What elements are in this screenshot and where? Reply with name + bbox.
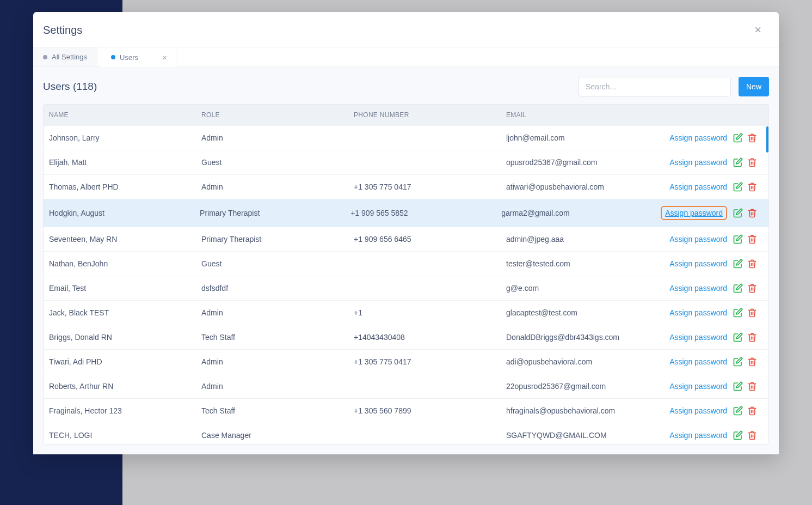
new-button[interactable]: New <box>739 77 769 96</box>
table-row[interactable]: Johnson, LarryAdminljohn@email.comAssign… <box>44 125 768 150</box>
table-row[interactable]: Briggs, Donald RNTech Staff+14043430408D… <box>44 325 768 349</box>
cell-name: Briggs, Donald RN <box>49 333 201 342</box>
header-phone[interactable]: PHONE NUMBER <box>354 111 506 119</box>
trash-icon[interactable] <box>747 157 758 168</box>
tab-users[interactable]: Users× <box>101 47 177 67</box>
cell-name: Thomas, Albert PHD <box>49 182 201 191</box>
cell-actions: Assign password <box>667 283 763 294</box>
cell-name: Jack, Black TEST <box>49 308 201 317</box>
cell-email: garma2@gmail.com <box>501 209 661 217</box>
tabs-row: All SettingsUsers× <box>33 47 779 67</box>
cell-name: Email, Test <box>49 284 201 293</box>
assign-password-link[interactable]: Assign password <box>669 333 727 342</box>
modal-header: Settings × <box>33 12 779 47</box>
edit-icon[interactable] <box>733 283 743 294</box>
cell-actions: Assign password <box>661 206 763 220</box>
trash-icon[interactable] <box>747 208 758 218</box>
cell-actions: Assign password <box>667 356 763 367</box>
header-name[interactable]: NAME <box>49 111 201 119</box>
cell-actions: Assign password <box>667 157 763 168</box>
table-row[interactable]: Tiwari, Adi PHDAdmin+1 305 775 0417adi@o… <box>44 349 768 374</box>
cell-actions: Assign password <box>667 332 763 343</box>
edit-icon[interactable] <box>733 157 743 168</box>
tab-dot-icon <box>111 55 115 59</box>
trash-icon[interactable] <box>747 307 758 318</box>
table-body: Johnson, LarryAdminljohn@email.comAssign… <box>44 125 768 444</box>
tab-all-settings[interactable]: All Settings <box>33 47 97 66</box>
trash-icon[interactable] <box>747 283 758 294</box>
assign-password-link[interactable]: Assign password <box>669 308 727 317</box>
table-toolbar: Users (118) New <box>43 77 769 96</box>
trash-icon[interactable] <box>747 430 758 441</box>
cell-actions: Assign password <box>667 405 763 416</box>
assign-password-link[interactable]: Assign password <box>669 431 727 440</box>
trash-icon[interactable] <box>747 356 758 367</box>
cell-email: admin@jpeg.aaa <box>506 235 667 244</box>
assign-password-link[interactable]: Assign password <box>669 284 727 293</box>
trash-icon[interactable] <box>747 234 758 245</box>
table-row[interactable]: Fraginals, Hector 123Tech Staff+1 305 56… <box>44 398 768 423</box>
cell-email: ljohn@email.com <box>506 133 667 142</box>
assign-password-link[interactable]: Assign password <box>669 382 727 391</box>
tab-label: All Settings <box>52 53 87 61</box>
trash-icon[interactable] <box>747 181 758 192</box>
edit-icon[interactable] <box>733 332 743 343</box>
table-row[interactable]: Email, Testdsfsdfdfg@e.comAssign passwor… <box>44 276 768 300</box>
cell-phone: +1 909 565 5852 <box>350 209 501 217</box>
cell-email: SGAFTYQWD@GMAIL.COM <box>506 431 667 440</box>
scrollbar-indicator[interactable] <box>766 126 768 153</box>
edit-icon[interactable] <box>733 234 743 245</box>
assign-password-link[interactable]: Assign password <box>669 133 727 142</box>
modal-title: Settings <box>43 24 82 36</box>
edit-icon[interactable] <box>733 258 743 269</box>
close-icon[interactable]: × <box>750 22 766 38</box>
header-role[interactable]: ROLE <box>201 111 354 119</box>
cell-actions: Assign password <box>667 381 763 392</box>
edit-icon[interactable] <box>733 430 743 441</box>
table-row[interactable]: Roberts, Arthur RNAdmin22opusrod25367@gm… <box>44 374 768 398</box>
trash-icon[interactable] <box>747 405 758 416</box>
cell-actions: Assign password <box>667 307 763 318</box>
trash-icon[interactable] <box>747 381 758 392</box>
cell-role: Primary Therapist <box>201 235 354 244</box>
cell-email: g@e.com <box>506 284 667 293</box>
assign-password-link[interactable]: Assign password <box>669 357 727 366</box>
cell-phone: +1 <box>354 308 506 317</box>
search-input[interactable] <box>579 77 731 96</box>
assign-password-link[interactable]: Assign password <box>669 158 727 167</box>
trash-icon[interactable] <box>747 132 758 143</box>
trash-icon[interactable] <box>747 332 758 343</box>
tab-label: Users <box>120 53 138 62</box>
cell-role: Admin <box>201 382 354 391</box>
table-row[interactable]: Thomas, Albert PHDAdmin+1 305 775 0417at… <box>44 174 768 199</box>
users-table: NAME ROLE PHONE NUMBER EMAIL Johnson, La… <box>43 104 769 445</box>
cell-email: hfraginals@opusbehavioral.com <box>506 406 667 415</box>
table-row[interactable]: Seventeen, May RNPrimary Therapist+1 909… <box>44 227 768 251</box>
assign-password-link[interactable]: Assign password <box>661 206 727 220</box>
trash-icon[interactable] <box>747 258 758 269</box>
header-email[interactable]: EMAIL <box>506 111 667 119</box>
table-row[interactable]: Elijah, MattGuestopusrod25367@gmail.comA… <box>44 150 768 174</box>
table-row[interactable]: TECH, LOGICase ManagerSGAFTYQWD@GMAIL.CO… <box>44 423 768 444</box>
assign-password-link[interactable]: Assign password <box>669 259 727 268</box>
cell-phone: +1 305 775 0417 <box>354 357 506 366</box>
edit-icon[interactable] <box>733 381 743 392</box>
table-title: Users (118) <box>43 81 97 93</box>
close-icon[interactable]: × <box>162 53 167 62</box>
assign-password-link[interactable]: Assign password <box>669 235 727 244</box>
edit-icon[interactable] <box>733 181 743 192</box>
table-row[interactable]: Hodgkin, AugustPrimary Therapist+1 909 5… <box>44 199 768 227</box>
assign-password-link[interactable]: Assign password <box>669 182 727 191</box>
table-row[interactable]: Nathan, BenJohnGuesttester@tested.comAss… <box>44 251 768 276</box>
assign-password-link[interactable]: Assign password <box>669 406 727 415</box>
cell-actions: Assign password <box>667 234 763 245</box>
edit-icon[interactable] <box>733 307 743 318</box>
edit-icon[interactable] <box>733 405 743 416</box>
cell-role: Admin <box>201 182 354 191</box>
cell-name: Roberts, Arthur RN <box>49 382 201 391</box>
edit-icon[interactable] <box>733 356 743 367</box>
table-row[interactable]: Jack, Black TESTAdmin+1glacaptest@test.c… <box>44 300 768 325</box>
edit-icon[interactable] <box>733 208 743 218</box>
edit-icon[interactable] <box>733 132 743 143</box>
cell-email: adi@opusbehavioral.com <box>506 357 667 366</box>
